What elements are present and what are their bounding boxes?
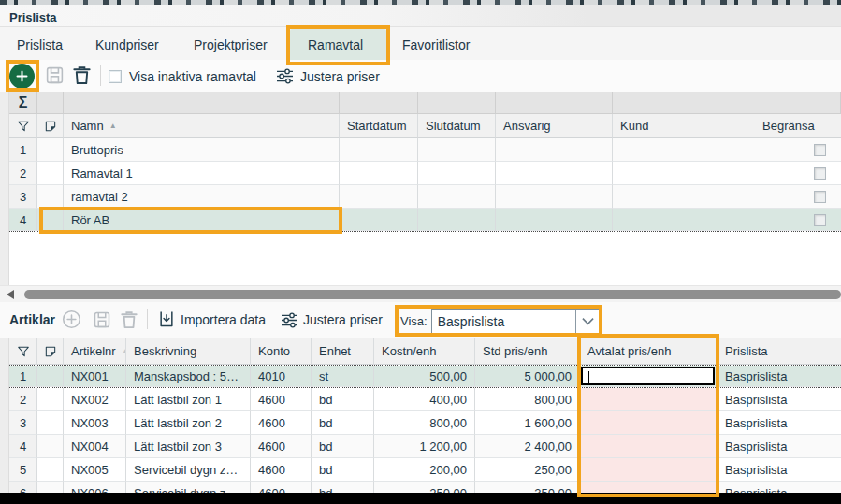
avtalat-pris-input[interactable] — [581, 367, 715, 385]
begransa-checkbox[interactable] — [814, 167, 826, 180]
tab-prislista[interactable]: Prislista — [17, 37, 63, 52]
toolbar-divider — [147, 309, 148, 329]
add-ramavtal-button[interactable] — [9, 64, 35, 89]
selected-pricelist: Basprislista — [432, 314, 575, 329]
avtalat-pris-cell[interactable] — [580, 411, 718, 435]
show-pricelist-group: Visa: Basprislista — [400, 309, 601, 334]
scroll-left-icon[interactable] — [7, 290, 14, 299]
bottom-clip-bar — [0, 493, 841, 504]
article-row[interactable]: 5 NX005 Servicebil dygn z… 4600 bd 200,0… — [9, 458, 841, 482]
ramavtal-table: Σ Namn ▲ Startdatum Slutdatum Ansvarig K… — [9, 92, 841, 232]
toolbar-divider — [100, 65, 101, 86]
page-title: Prislista — [9, 10, 57, 24]
note-icon — [44, 345, 57, 358]
filter-row-button[interactable] — [9, 338, 37, 365]
show-label: Visa: — [400, 314, 428, 328]
column-header-artikelnr[interactable]: Artikelnr ▲ — [64, 338, 126, 365]
adjust-prices-icon[interactable] — [280, 312, 299, 328]
tab-favoritlistor[interactable]: Favoritlistor — [402, 37, 470, 52]
artiklar-table-header: Artikelnr ▲ Beskrivning Konto Enhet Kost… — [9, 338, 841, 365]
horizontal-scrollbar[interactable] — [0, 285, 841, 302]
cell-namn: Bruttopris — [64, 138, 340, 162]
table-row[interactable]: 3 ramavtal 2 — [9, 185, 841, 209]
column-header-slutdatum[interactable]: Slutdatum — [418, 114, 496, 138]
begransa-checkbox[interactable] — [814, 191, 826, 203]
note-column-header[interactable] — [37, 338, 64, 365]
avtalat-pris-cell[interactable] — [580, 388, 718, 411]
column-header-ansvarig[interactable]: Ansvarig — [496, 114, 613, 138]
column-header-avtalat[interactable]: Avtalat pris/enh — [580, 338, 718, 365]
avtalat-pris-edit-cell[interactable] — [580, 366, 718, 387]
column-header-stdpris[interactable]: Std pris/enh — [475, 338, 580, 365]
ramavtal-table-header: Namn ▲ Startdatum Slutdatum Ansvarig Kun… — [9, 114, 841, 138]
show-inactive-label[interactable]: Visa inaktiva ramavtal — [129, 69, 256, 84]
tab-projektpriser[interactable]: Projektpriser — [194, 37, 268, 52]
ramavtal-toolbar — [0, 60, 841, 92]
note-icon — [44, 120, 57, 133]
cell-namn: Rör AB — [64, 209, 340, 231]
cell-namn: ramavtal 2 — [64, 185, 340, 209]
import-data-label[interactable]: Importera data — [181, 312, 266, 327]
scrollbar-thumb[interactable] — [24, 290, 841, 299]
chevron-down-icon[interactable] — [575, 310, 600, 333]
show-inactive-checkbox[interactable] — [109, 70, 122, 83]
adjust-prices-label[interactable]: Justera priser — [300, 69, 380, 84]
plus-icon — [16, 70, 28, 82]
avtalat-pris-cell[interactable] — [580, 435, 718, 458]
sigma-icon[interactable]: Σ — [9, 92, 37, 114]
adjust-prices-icon[interactable] — [275, 68, 295, 84]
title-bar — [0, 5, 841, 27]
table-row[interactable]: 1 Bruttopris — [9, 138, 841, 162]
article-row[interactable]: 4 NX004 Lätt lastbil zon 3 4600 bd 1 200… — [9, 435, 841, 458]
column-header-kostn[interactable]: Kostn/enh — [374, 338, 475, 365]
summary-row[interactable]: Σ — [9, 92, 841, 114]
article-row[interactable]: 2 NX002 Lätt lastbil zon 1 4600 bd 400,0… — [9, 388, 841, 411]
column-header-konto[interactable]: Konto — [251, 338, 312, 365]
column-header-startdatum[interactable]: Startdatum — [340, 114, 418, 138]
filter-row-button[interactable] — [9, 114, 37, 138]
column-header-namn[interactable]: Namn ▲ — [64, 114, 340, 138]
column-header-kund[interactable]: Kund — [613, 114, 732, 138]
artiklar-table: Artikelnr ▲ Beskrivning Konto Enhet Kost… — [9, 338, 841, 504]
adjust-article-prices-label[interactable]: Justera priser — [303, 312, 383, 327]
article-row[interactable]: 3 NX003 Lätt lastbil zon 2 4600 bd 800,0… — [9, 411, 841, 435]
delete-article-icon[interactable] — [121, 310, 138, 329]
filter-icon — [17, 120, 30, 133]
begransa-checkbox[interactable] — [814, 144, 826, 156]
filter-icon — [17, 345, 30, 358]
save-article-icon[interactable] — [93, 310, 111, 329]
article-row-selected[interactable]: 1 NX001 Manskapsbod : 5… 4010 st 500,00 … — [9, 365, 841, 388]
column-header-beskrivning[interactable]: Beskrivning — [126, 338, 251, 365]
begransa-checkbox[interactable] — [814, 214, 826, 226]
tab-ramavtal[interactable]: Ramavtal — [308, 37, 363, 52]
sort-asc-icon: ▲ — [109, 122, 117, 130]
tab-kundpriser[interactable]: Kundpriser — [95, 37, 159, 52]
add-article-icon[interactable] — [62, 310, 81, 329]
artiklar-title: Artiklar — [9, 312, 55, 327]
save-icon[interactable] — [45, 65, 65, 85]
column-header-prislista[interactable]: Prislista — [718, 338, 841, 365]
column-header-begransa[interactable]: Begränsa — [732, 114, 841, 138]
table-row-selected[interactable]: 4 Rör AB — [9, 209, 841, 232]
table-row[interactable]: 2 Ramavtal 1 — [9, 162, 841, 185]
note-column-header[interactable] — [37, 114, 64, 138]
cell-namn: Ramavtal 1 — [64, 162, 340, 185]
text-cursor — [588, 371, 589, 385]
import-data-icon[interactable] — [157, 310, 176, 328]
avtalat-pris-cell[interactable] — [580, 458, 718, 482]
delete-icon[interactable] — [73, 65, 91, 85]
column-header-enhet[interactable]: Enhet — [312, 338, 374, 365]
show-pricelist-select[interactable]: Basprislista — [431, 309, 601, 334]
